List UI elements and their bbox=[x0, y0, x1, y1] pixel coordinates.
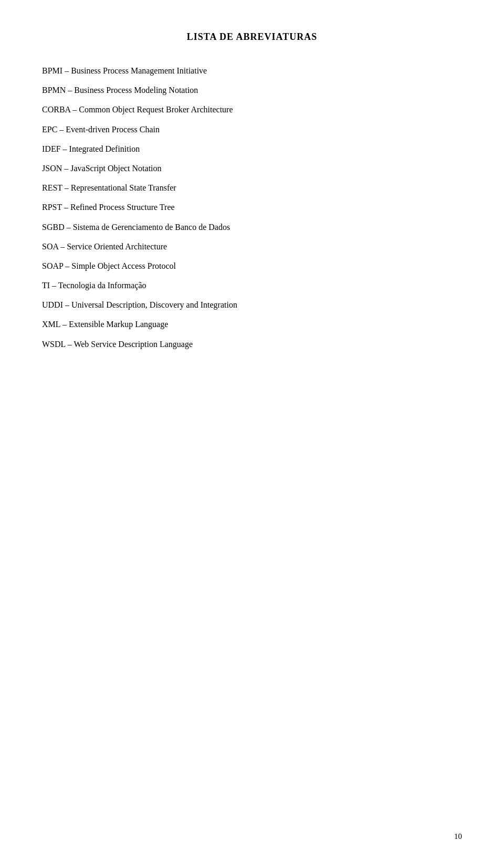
list-item-epc: EPC – Event-driven Process Chain bbox=[42, 122, 462, 136]
list-item-corba: CORBA – Common Object Request Broker Arc… bbox=[42, 102, 462, 117]
list-item-soa: SOA – Service Oriented Architecture bbox=[42, 239, 462, 254]
list-item-bpmn: BPMN – Business Process Modeling Notatio… bbox=[42, 83, 462, 97]
list-item-xml: XML – Extensible Markup Language bbox=[42, 317, 462, 331]
list-item-soap: SOAP – Simple Object Access Protocol bbox=[42, 259, 462, 273]
abbreviation-list: BPMI – Business Process Management Initi… bbox=[42, 64, 462, 351]
list-item-wsdl: WSDL – Web Service Description Language bbox=[42, 337, 462, 351]
list-item-bpmi: BPMI – Business Process Management Initi… bbox=[42, 64, 462, 78]
list-item-rpst: RPST – Refined Process Structure Tree bbox=[42, 200, 462, 214]
list-item-json: JSON – JavaScript Object Notation bbox=[42, 161, 462, 175]
page-title: LISTA DE ABREVIATURAS bbox=[42, 31, 462, 43]
page-number: 10 bbox=[454, 832, 462, 841]
list-item-rest: REST – Representational State Transfer bbox=[42, 181, 462, 195]
page-container: LISTA DE ABREVIATURAS BPMI – Business Pr… bbox=[0, 0, 504, 862]
list-item-idef: IDEF – Integrated Definition bbox=[42, 142, 462, 156]
list-item-sgbd: SGBD – Sistema de Gerenciamento de Banco… bbox=[42, 220, 462, 234]
list-item-ti: TI – Tecnologia da Informação bbox=[42, 278, 462, 292]
list-item-uddi: UDDI – Universal Description, Discovery … bbox=[42, 298, 462, 312]
